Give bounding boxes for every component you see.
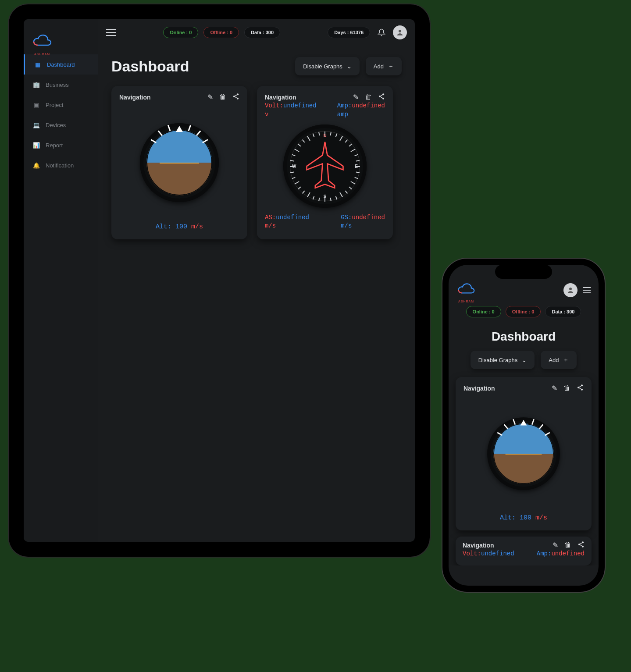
svg-point-12 <box>578 544 580 545</box>
plus-icon: ＋ <box>563 356 569 364</box>
phone-status-row: Online : 0 Offline : 0 Data : 300 <box>449 304 599 322</box>
groundspeed-label: GS: <box>341 214 352 221</box>
attitude-indicator <box>487 417 560 490</box>
altitude-unit: m/s <box>535 514 547 522</box>
phone-notch <box>495 265 552 279</box>
altitude-label: Alt: <box>500 514 520 522</box>
grid-icon: ▦ <box>34 60 42 68</box>
groundspeed-unit: m/s <box>341 222 385 231</box>
plus-icon: ＋ <box>388 62 394 70</box>
amp-value: undefined <box>352 102 385 109</box>
svg-point-3 <box>237 98 239 100</box>
sidebar: ASHRAM ▦ Dashboard 🏢 Business ▣ Project … <box>24 19 98 542</box>
disable-graphs-button[interactable]: Disable Graphs ⌄ <box>471 351 535 369</box>
app-logo: ASHRAM <box>456 282 476 298</box>
card-title: Navigation <box>463 385 495 392</box>
edit-icon[interactable]: ✎ <box>207 93 213 102</box>
sidebar-toggle[interactable] <box>106 29 116 36</box>
page-title: Dashboard <box>456 330 592 344</box>
card-title: Navigation <box>463 542 494 549</box>
svg-point-7 <box>569 288 572 290</box>
amp-unit: amp <box>337 110 385 119</box>
sidebar-item-label: Dashboard <box>47 61 75 68</box>
brand-name: ASHRAM <box>456 300 476 303</box>
svg-point-9 <box>578 387 579 388</box>
card-attitude: Navigation ✎ 🗑 <box>111 86 247 239</box>
sidebar-item-business[interactable]: 🏢 Business <box>24 75 98 95</box>
card-title: Navigation <box>265 94 296 101</box>
delete-icon[interactable]: 🗑 <box>564 541 571 550</box>
status-online-pill: Online : 0 <box>466 306 501 317</box>
heading-indicator: N S W E <box>283 124 367 208</box>
svg-point-6 <box>382 98 384 100</box>
sidebar-item-dashboard[interactable]: ▦ Dashboard <box>24 54 98 75</box>
share-icon[interactable] <box>232 93 239 102</box>
delete-icon[interactable]: 🗑 <box>365 93 372 102</box>
card-compass: Navigation ✎ 🗑 Volt:undefin <box>257 86 393 239</box>
sidebar-item-devices[interactable]: 💻 Devices <box>24 115 98 135</box>
svg-point-8 <box>581 384 583 386</box>
svg-point-2 <box>233 96 235 97</box>
altitude-value: 100 <box>520 514 535 522</box>
svg-point-11 <box>582 541 584 543</box>
edit-icon[interactable]: ✎ <box>353 93 359 102</box>
report-icon: 📊 <box>32 141 40 149</box>
share-icon[interactable] <box>578 541 585 550</box>
status-offline-pill: Offline : 0 <box>506 306 541 317</box>
share-icon[interactable] <box>577 384 584 393</box>
edit-icon[interactable]: ✎ <box>552 384 557 393</box>
svg-point-0 <box>399 30 401 32</box>
project-icon: ▣ <box>32 101 40 109</box>
sidebar-item-label: Devices <box>46 122 66 128</box>
sidebar-item-notification[interactable]: 🔔 Notification <box>24 155 98 175</box>
tablet-device-frame: ASHRAM ▦ Dashboard 🏢 Business ▣ Project … <box>9 4 430 557</box>
sidebar-item-report[interactable]: 📊 Report <box>24 135 98 155</box>
tablet-screen: ASHRAM ▦ Dashboard 🏢 Business ▣ Project … <box>24 19 415 542</box>
status-data-pill: Data : 300 <box>244 27 280 38</box>
card-compass: Navigation ✎ 🗑 Volt:undefined Amp:undefi… <box>456 537 592 565</box>
volt-label: Volt: <box>265 102 283 109</box>
sidebar-item-project[interactable]: ▣ Project <box>24 95 98 115</box>
building-icon: 🏢 <box>32 81 40 89</box>
sidebar-item-label: Project <box>46 102 63 108</box>
volt-value: undefined <box>283 102 317 109</box>
sidebar-top: ASHRAM <box>24 27 98 54</box>
delete-icon[interactable]: 🗑 <box>563 384 570 393</box>
groundspeed-value: undefined <box>352 214 385 221</box>
main-header: Dashboard Disable Graphs ⌄ Add ＋ <box>111 57 402 75</box>
phone-main: Dashboard Disable Graphs ⌄ Add ＋ Navigat… <box>449 322 599 565</box>
user-avatar[interactable] <box>563 283 578 297</box>
airspeed-unit: m/s <box>265 222 309 231</box>
disable-graphs-button[interactable]: Disable Graphs ⌄ <box>295 57 360 75</box>
user-avatar[interactable] <box>393 25 407 39</box>
chevron-down-icon: ⌄ <box>347 63 352 70</box>
phone-device-frame: ASHRAM Online : 0 Offline : 0 Data : 300… <box>442 259 605 592</box>
sidebar-item-label: Notification <box>46 162 74 169</box>
volt-unit: v <box>265 110 317 119</box>
card-attitude: Navigation ✎ 🗑 <box>456 377 592 530</box>
delete-icon[interactable]: 🗑 <box>219 93 226 102</box>
sidebar-item-label: Report <box>46 142 63 149</box>
attitude-indicator <box>140 123 219 202</box>
altitude-value: 100 <box>175 223 191 231</box>
add-button[interactable]: Add ＋ <box>541 351 577 369</box>
share-icon[interactable] <box>378 93 385 102</box>
devices-icon: 💻 <box>32 121 40 129</box>
add-button[interactable]: Add ＋ <box>366 57 402 75</box>
status-online-pill: Online : 0 <box>163 27 198 38</box>
amp-label: Amp: <box>337 102 352 109</box>
card-title: Navigation <box>119 94 151 101</box>
edit-icon[interactable]: ✎ <box>553 541 558 550</box>
svg-point-4 <box>382 93 384 95</box>
svg-point-13 <box>582 546 584 548</box>
bell-icon: 🔔 <box>32 161 40 169</box>
status-days-pill: Days : 61376 <box>328 27 370 38</box>
main-content: Dashboard Disable Graphs ⌄ Add ＋ <box>98 46 415 542</box>
menu-toggle[interactable] <box>583 287 591 293</box>
page-title: Dashboard <box>111 58 189 75</box>
altitude-unit: m/s <box>191 223 203 231</box>
airspeed-label: AS: <box>265 214 276 221</box>
phone-screen: ASHRAM Online : 0 Offline : 0 Data : 300… <box>449 265 599 586</box>
chevron-down-icon: ⌄ <box>522 357 527 363</box>
notifications-button[interactable] <box>375 26 388 39</box>
